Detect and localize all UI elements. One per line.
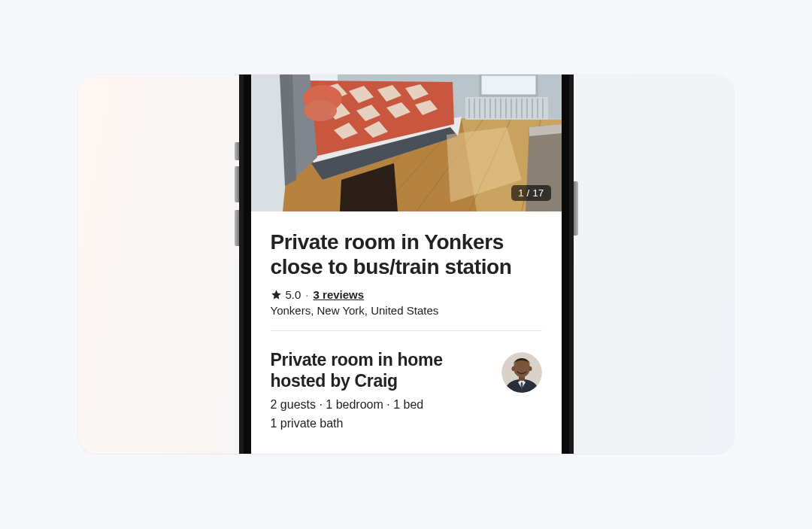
separator-dot: ·: [305, 288, 308, 301]
listing-location: Yonkers, New York, United States: [271, 304, 542, 317]
svg-point-55: [511, 366, 514, 371]
rating-value: 5.0: [286, 288, 301, 301]
phone-mockup: 1 / 17 Private room in Yonkers close to …: [239, 74, 574, 454]
photo-counter-badge: 1 / 17: [511, 185, 550, 201]
phone-screen: 1 / 17 Private room in Yonkers close to …: [251, 74, 562, 454]
phone-power-button: [574, 181, 578, 236]
svg-rect-10: [480, 74, 537, 96]
svg-point-56: [529, 366, 532, 371]
reviews-link[interactable]: 3 reviews: [314, 288, 365, 301]
showcase-card: 1 / 17 Private room in Yonkers close to …: [78, 74, 734, 454]
listing-specs-line1: 2 guests · 1 bedroom · 1 bed: [271, 396, 489, 415]
host-heading: Private room in home hosted by Craig: [271, 349, 489, 391]
svg-point-46: [304, 100, 337, 121]
listing-title: Private room in Yonkers close to bus/tra…: [271, 230, 542, 279]
star-icon: [271, 289, 282, 300]
listing-hero-photo[interactable]: 1 / 17: [251, 74, 562, 211]
host-section: Private room in home hosted by Craig 2 g…: [271, 331, 542, 433]
listing-specs-line2: 1 private bath: [271, 415, 489, 433]
host-avatar[interactable]: [501, 352, 542, 393]
listing-content: Private room in Yonkers close to bus/tra…: [251, 211, 562, 433]
rating-row: 5.0 · 3 reviews: [271, 288, 542, 301]
